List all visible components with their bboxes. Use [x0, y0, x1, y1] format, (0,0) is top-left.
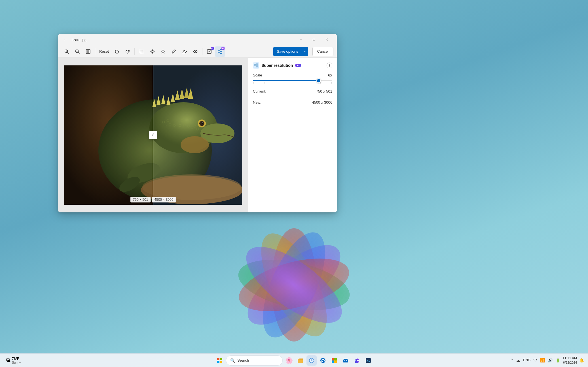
super-resolution-button[interactable]: AI: [215, 46, 225, 57]
new-label: New:: [253, 100, 261, 104]
svg-rect-74: [153, 65, 242, 205]
save-options-button[interactable]: Save options ▾: [273, 47, 308, 56]
fit-view-button[interactable]: [83, 46, 93, 57]
taskbar-paint-app[interactable]: [306, 355, 317, 366]
tick-3: [276, 82, 276, 84]
main-content: ⇄ 750 × 501 4500 × 3006 Super resolution…: [58, 58, 337, 212]
close-button[interactable]: ✕: [320, 35, 333, 44]
current-res-row: Current: 750 x 501: [253, 88, 332, 95]
effects-button[interactable]: [190, 46, 200, 57]
save-options-main[interactable]: Save options: [273, 47, 302, 56]
ai-badge-bg: AI: [211, 47, 214, 50]
background-remove-button[interactable]: AI: [204, 46, 214, 57]
image-container: ⇄ 750 × 501 4500 × 3006: [64, 65, 242, 205]
scale-row: Scale 6x: [253, 73, 332, 77]
scale-slider[interactable]: [253, 80, 332, 81]
wifi-icon[interactable]: 📶: [540, 357, 545, 363]
weather-text: 78°F Sunny: [12, 357, 21, 364]
redo-button[interactable]: [122, 46, 133, 57]
clock-time: 11:11 AM: [562, 356, 577, 361]
right-panel: Super resolution AI ℹ Scale 6x: [248, 58, 337, 212]
slider-thumb[interactable]: [316, 78, 321, 83]
erase-button[interactable]: [179, 46, 190, 57]
brightness-button[interactable]: [147, 46, 157, 57]
panel-header: Super resolution AI ℹ: [253, 62, 332, 69]
svg-line-25: [151, 50, 151, 50]
search-icon: 🔍: [230, 358, 235, 363]
cancel-button[interactable]: Cancel: [312, 47, 333, 56]
scale-label: Scale: [253, 73, 262, 77]
chevron-up-icon[interactable]: ⌃: [509, 357, 514, 363]
weather-widget[interactable]: 🌤 78°F Sunny: [3, 357, 23, 364]
svg-rect-89: [332, 360, 334, 363]
panel-title: Super resolution: [261, 63, 293, 68]
taskbar-left: 🌤 78°F Sunny: [3, 357, 23, 364]
minimize-button[interactable]: −: [294, 35, 307, 44]
scale-section: Scale 6x: [253, 73, 332, 84]
lizard-image: ⇄: [64, 65, 242, 205]
notification-icon[interactable]: 🔔: [579, 357, 585, 363]
svg-rect-91: [343, 359, 348, 362]
ai-badge-sr: AI: [221, 47, 225, 50]
current-value: 750 x 501: [316, 89, 332, 93]
new-res-label: 4500 × 3006: [152, 197, 176, 202]
weather-condition: Sunny: [12, 361, 21, 364]
original-res-label: 750 × 501: [130, 197, 151, 202]
back-button[interactable]: ←: [62, 36, 69, 44]
taskbar-teams[interactable]: [352, 355, 362, 366]
undo-button[interactable]: [112, 46, 122, 57]
resolution-labels: 750 × 501 4500 × 3006: [130, 197, 176, 202]
start-button[interactable]: [215, 355, 225, 366]
divider-2: [134, 48, 135, 55]
tick-1: [253, 82, 254, 84]
language-icon[interactable]: ENG: [523, 358, 531, 363]
svg-rect-15: [87, 50, 89, 53]
taskbar-store[interactable]: [329, 355, 339, 366]
taskbar: 🌤 78°F Sunny 🔍 Search 🌸: [0, 353, 588, 367]
taskbar-right: ⌃ ☁ ENG 🛡 📶 🔊 🔋 11:11 AM 6/22/2024 🔔: [509, 356, 585, 365]
tick-8: [331, 82, 332, 84]
zoom-in-button[interactable]: [62, 46, 72, 57]
tick-5: [298, 82, 298, 84]
zoom-out-button[interactable]: [72, 46, 83, 57]
panel-title-group: Super resolution AI: [253, 62, 301, 69]
slider-ticks: [253, 82, 332, 84]
save-options-dropdown[interactable]: ▾: [302, 47, 308, 56]
reset-button[interactable]: Reset: [97, 46, 111, 57]
crop-button[interactable]: [136, 46, 147, 57]
canvas-area: ⇄ 750 × 501 4500 × 3006: [58, 58, 248, 212]
taskbar-edge[interactable]: [318, 355, 328, 366]
maximize-button[interactable]: □: [307, 35, 320, 44]
svg-rect-80: [256, 64, 258, 65]
svg-rect-95: [357, 361, 359, 362]
desktop-bloom: [166, 214, 422, 356]
tick-4: [287, 82, 287, 84]
divider-1: [95, 48, 95, 55]
taskbar-file-explorer[interactable]: [295, 355, 305, 366]
retouch-button[interactable]: [158, 46, 168, 57]
svg-text:⇄: ⇄: [152, 133, 155, 136]
system-clock[interactable]: 11:11 AM 6/22/2024: [562, 356, 577, 365]
draw-button[interactable]: [169, 46, 179, 57]
volume-icon[interactable]: 🔊: [547, 357, 553, 363]
taskbar-search[interactable]: 🔍 Search: [226, 355, 283, 366]
divider-3: [202, 48, 202, 55]
super-resolution-panel-icon: [253, 62, 259, 69]
svg-rect-35: [220, 52, 222, 54]
taskbar-dev[interactable]: [363, 355, 373, 366]
battery-icon[interactable]: 🔋: [555, 357, 561, 363]
taskbar-bloom-app[interactable]: 🌸: [284, 355, 294, 366]
svg-line-12: [78, 52, 80, 54]
tick-7: [320, 82, 321, 84]
security-icon[interactable]: 🛡: [533, 357, 538, 363]
cloud-icon[interactable]: ☁: [516, 357, 521, 363]
svg-line-8: [67, 52, 69, 54]
search-label: Search: [237, 358, 249, 362]
title-bar: ← lizard.jpg − □ ✕: [58, 34, 337, 45]
svg-line-28: [151, 53, 151, 53]
taskbar-mail[interactable]: [340, 355, 351, 366]
svg-rect-79: [254, 65, 256, 66]
info-button[interactable]: ℹ: [327, 63, 332, 68]
svg-rect-90: [334, 360, 337, 363]
svg-rect-84: [299, 359, 303, 360]
